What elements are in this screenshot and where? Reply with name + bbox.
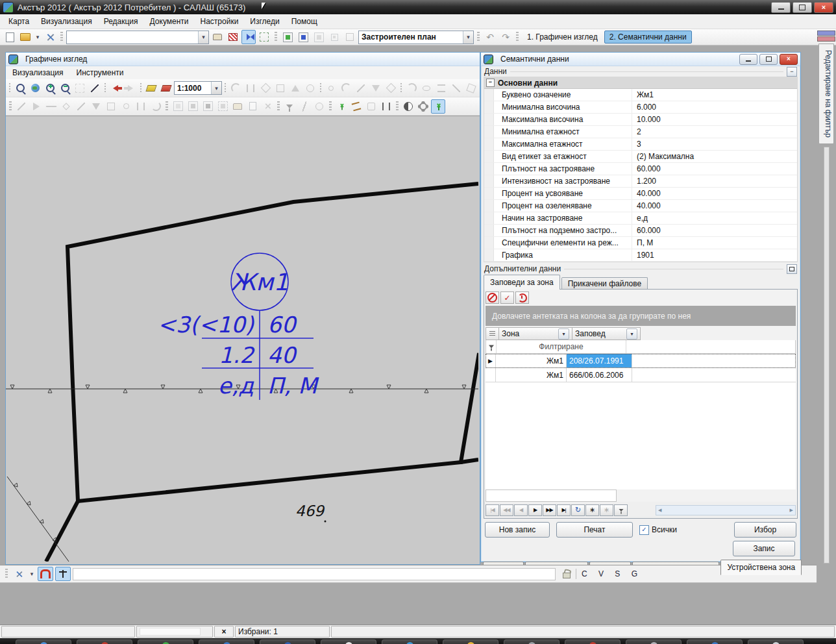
toolbar-grip[interactable] bbox=[275, 32, 277, 42]
redraw-brush-icon[interactable] bbox=[144, 81, 158, 95]
property-row[interactable]: Максимална етажност3 bbox=[484, 138, 797, 151]
print-button[interactable]: Печат bbox=[556, 522, 633, 538]
additional-expand-button[interactable] bbox=[787, 264, 797, 274]
toolbar-grip[interactable] bbox=[329, 101, 332, 112]
property-row[interactable]: Буквено означениеЖм1 bbox=[484, 89, 797, 101]
property-value[interactable]: 1901 bbox=[632, 249, 797, 261]
toolbar-grip[interactable] bbox=[140, 83, 141, 93]
property-value[interactable]: 40.000 bbox=[632, 188, 797, 199]
section-collapse-icon[interactable]: − bbox=[486, 79, 495, 87]
taskbar-button[interactable] bbox=[77, 639, 132, 644]
property-row[interactable]: Процент на усвояване40.000 bbox=[484, 188, 797, 200]
zone-create-icon[interactable] bbox=[280, 30, 295, 44]
terrain-icon[interactable] bbox=[334, 99, 349, 114]
property-value[interactable]: 1.200 bbox=[632, 175, 797, 187]
nav-last-icon[interactable]: ▶| bbox=[557, 504, 571, 516]
property-value[interactable]: 40.000 bbox=[632, 200, 797, 212]
property-row[interactable]: Процент на озеленяване40.000 bbox=[484, 200, 797, 212]
menu-vizualizacia[interactable]: Визуализация bbox=[35, 15, 98, 28]
groupby-hint-bar[interactable]: Довлачете антетката на колона за да груп… bbox=[486, 306, 796, 326]
stamp-icon[interactable] bbox=[210, 30, 225, 44]
diagonal-boundary-line[interactable] bbox=[7, 477, 69, 562]
taskbar-button[interactable] bbox=[687, 639, 743, 644]
semantic-restore-button[interactable] bbox=[759, 54, 778, 65]
property-value[interactable]: 2 bbox=[632, 126, 797, 138]
taskbar-button[interactable] bbox=[565, 639, 621, 644]
property-row[interactable]: Интензивност на застрояване1.200 bbox=[484, 175, 797, 188]
cancel-operation-button[interactable]: × bbox=[214, 626, 234, 638]
snap-node-icon[interactable] bbox=[55, 567, 71, 581]
tab-attached-files[interactable]: Прикачени файлове bbox=[561, 277, 648, 290]
all-checkbox[interactable]: ✓ bbox=[639, 525, 649, 535]
open-folder-dropdown-icon[interactable]: ▾ bbox=[34, 30, 42, 44]
menu-karta[interactable]: Карта bbox=[3, 15, 35, 28]
column-header-order[interactable]: Заповед ▾ bbox=[572, 327, 641, 340]
menu-graphic-vizualizacia[interactable]: Визуализация bbox=[6, 67, 70, 79]
snap-settings-dropdown-icon[interactable]: ▾ bbox=[28, 567, 36, 581]
menu-graphic-instrumenti[interactable]: Инструменти bbox=[70, 67, 130, 79]
contour-lines-icon[interactable] bbox=[349, 99, 363, 114]
semantic-close-button[interactable]: × bbox=[780, 54, 798, 65]
labels-toggle-icon[interactable] bbox=[241, 30, 256, 44]
scale-combo[interactable]: 1:1000 ▾ bbox=[174, 81, 222, 95]
toolbar-grip[interactable] bbox=[396, 101, 399, 112]
tools-icon[interactable] bbox=[43, 30, 57, 44]
toolbar-grip[interactable] bbox=[5, 569, 8, 579]
all-checkbox-wrap[interactable]: ✓ Всички bbox=[639, 525, 677, 535]
order-row[interactable]: Жм1 666/06.06.2006 bbox=[486, 368, 796, 382]
taskbar-button[interactable] bbox=[199, 639, 254, 644]
snap-settings-icon[interactable] bbox=[12, 567, 26, 581]
toolbar-grip[interactable] bbox=[225, 83, 226, 93]
property-value[interactable]: 60.000 bbox=[632, 225, 797, 236]
semantic-minimize-button[interactable] bbox=[739, 54, 757, 65]
property-row[interactable]: Максимална височина10.000 bbox=[484, 114, 797, 126]
boundary-branch-right[interactable] bbox=[461, 460, 478, 462]
nav-new-record-icon[interactable]: ∗ bbox=[585, 504, 599, 516]
confirm-edit-icon[interactable]: ✓ bbox=[500, 291, 514, 304]
property-value[interactable]: е,д bbox=[632, 212, 797, 224]
semantic-data-window[interactable]: Семантични данни × Данни − − Основни дан… bbox=[480, 52, 801, 562]
brightness-icon[interactable] bbox=[416, 99, 430, 114]
order-row[interactable]: ▶ Жм1 208/26.07.1991 bbox=[486, 354, 796, 368]
graphic-view-window[interactable]: Графичен изглед Визуализация Инструменти… bbox=[5, 52, 480, 565]
taskbar-button[interactable] bbox=[321, 639, 376, 644]
grid-empty-area[interactable] bbox=[486, 382, 796, 489]
section-header[interactable]: − Основни данни bbox=[484, 77, 797, 89]
toolbar-grip[interactable] bbox=[320, 83, 321, 93]
property-value[interactable]: (2) Максимална bbox=[632, 151, 797, 162]
tab-orders-for-zone[interactable]: Заповеди за зона bbox=[484, 275, 560, 290]
nav-next-icon[interactable]: ▶ bbox=[528, 504, 542, 516]
snap-grid-icon[interactable] bbox=[257, 30, 271, 44]
column-header-zone[interactable]: Зона ▾ bbox=[499, 327, 572, 340]
view-back-icon[interactable] bbox=[108, 81, 123, 95]
scale-combo-arrow-icon[interactable]: ▾ bbox=[211, 82, 221, 94]
property-row[interactable]: Плътност на подземно застро...60.000 bbox=[484, 225, 797, 237]
menu-dokumenti[interactable]: Документи bbox=[144, 15, 195, 28]
taskbar-button[interactable] bbox=[382, 639, 437, 644]
layer-combo[interactable]: ▾ bbox=[66, 31, 209, 44]
property-row[interactable]: Минимална етажност2 bbox=[484, 126, 797, 138]
new-document-icon[interactable] bbox=[3, 30, 17, 44]
plan-combo[interactable]: Застроителен план ▾ bbox=[358, 31, 474, 44]
graphic-window-titlebar[interactable]: Графичен изглед bbox=[6, 53, 480, 66]
zone-edit-icon[interactable] bbox=[296, 30, 310, 44]
refresh-brush-icon[interactable] bbox=[159, 81, 173, 95]
toolbar-grip[interactable] bbox=[277, 101, 280, 112]
property-row[interactable]: Вид етикет за етажност(2) Максимална bbox=[484, 151, 797, 163]
property-value[interactable]: П, М bbox=[632, 237, 797, 249]
toolbar-grip[interactable] bbox=[477, 32, 480, 42]
fence-bridge-icon[interactable] bbox=[379, 99, 393, 114]
select-button[interactable]: Избор bbox=[734, 522, 796, 538]
layer-combo-arrow-icon[interactable]: ▾ bbox=[198, 31, 208, 43]
toolbar-grip[interactable] bbox=[166, 101, 168, 112]
zoom-select-icon[interactable] bbox=[13, 81, 27, 95]
save-button[interactable]: Запис bbox=[733, 541, 795, 556]
menu-redakcia[interactable]: Редакция bbox=[98, 15, 144, 28]
taskbar-button[interactable] bbox=[138, 639, 193, 644]
view-tab-graphic[interactable]: 1. Графичен изглед bbox=[522, 31, 603, 43]
refresh-data-icon[interactable] bbox=[515, 291, 529, 304]
toolbar-grip[interactable] bbox=[60, 32, 63, 42]
property-row[interactable]: Минимална височина6.000 bbox=[484, 101, 797, 114]
row-selector-header[interactable] bbox=[486, 327, 499, 340]
map-canvas[interactable]: Жм1 <3(<10) 60 1.2 40 е,д П, М 469 bbox=[6, 116, 480, 564]
